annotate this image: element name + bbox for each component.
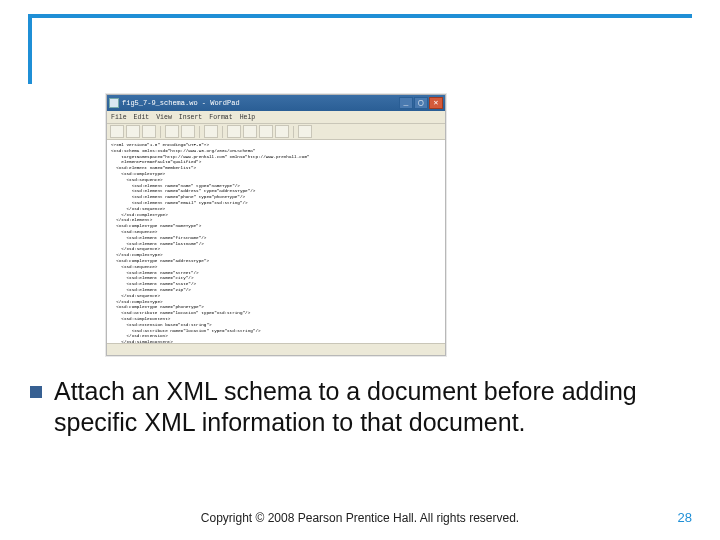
editor-menubar: File Edit View Insert Format Help — [107, 111, 445, 124]
editor-titlebar: fig5_7-9_schema.wo - WordPad _ ▢ ✕ — [107, 95, 445, 111]
editor-toolbar — [107, 124, 445, 140]
menu-edit[interactable]: Edit — [134, 114, 150, 121]
tool-new-icon[interactable] — [110, 125, 124, 138]
editor-statusbar — [107, 343, 445, 355]
menu-insert[interactable]: Insert — [179, 114, 202, 121]
copyright-footer: Copyright © 2008 Pearson Prentice Hall. … — [0, 511, 720, 525]
menu-format[interactable]: Format — [209, 114, 232, 121]
menu-file[interactable]: File — [111, 114, 127, 121]
tool-date-icon[interactable] — [298, 125, 312, 138]
toolbar-separator — [199, 126, 200, 138]
editor-code-body: <?xml version="1.0" encoding="UTF-8"?> <… — [107, 140, 445, 343]
tool-save-icon[interactable] — [142, 125, 156, 138]
minimize-button[interactable]: _ — [399, 97, 413, 109]
slide: fig5_7-9_schema.wo - WordPad _ ▢ ✕ File … — [0, 0, 720, 540]
bullet-item: Attach an XML schema to a document befor… — [30, 376, 690, 437]
embedded-editor-screenshot: fig5_7-9_schema.wo - WordPad _ ▢ ✕ File … — [106, 94, 446, 356]
wordpad-icon — [109, 98, 119, 108]
toolbar-separator — [222, 126, 223, 138]
toolbar-separator — [160, 126, 161, 138]
tool-paste-icon[interactable] — [259, 125, 273, 138]
tool-undo-icon[interactable] — [275, 125, 289, 138]
tool-find-icon[interactable] — [204, 125, 218, 138]
menu-help[interactable]: Help — [240, 114, 256, 121]
maximize-button[interactable]: ▢ — [414, 97, 428, 109]
window-buttons: _ ▢ ✕ — [399, 97, 443, 109]
editor-title: fig5_7-9_schema.wo - WordPad — [122, 99, 240, 107]
tool-copy-icon[interactable] — [243, 125, 257, 138]
tool-open-icon[interactable] — [126, 125, 140, 138]
tool-print-icon[interactable] — [165, 125, 179, 138]
close-button[interactable]: ✕ — [429, 97, 443, 109]
tool-preview-icon[interactable] — [181, 125, 195, 138]
accent-top-bar — [28, 14, 692, 18]
page-number: 28 — [678, 510, 692, 525]
menu-view[interactable]: View — [156, 114, 172, 121]
tool-cut-icon[interactable] — [227, 125, 241, 138]
bullet-square-icon — [30, 386, 42, 398]
toolbar-separator — [293, 126, 294, 138]
accent-left-bar — [28, 14, 32, 84]
bullet-text: Attach an XML schema to a document befor… — [54, 376, 690, 437]
